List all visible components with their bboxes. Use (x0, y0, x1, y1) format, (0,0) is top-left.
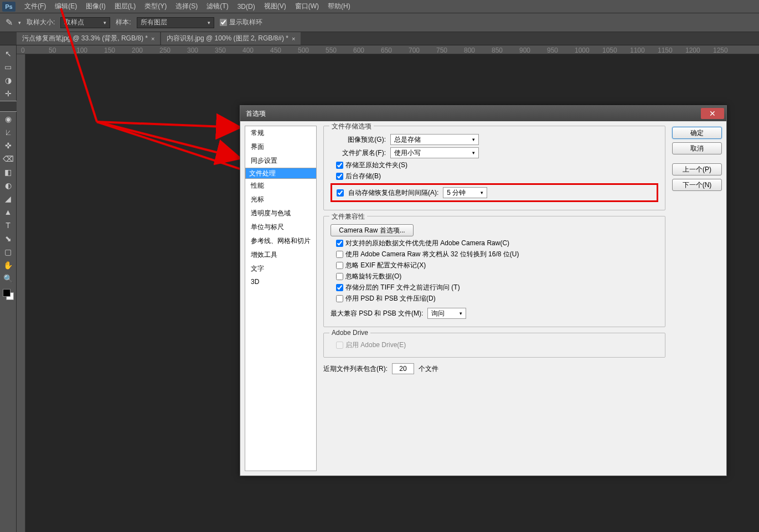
group-title: 文件兼容性 (329, 212, 367, 221)
options-bar: ✎ ▾ 取样大小: 取样点▾ 样本: 所有图层▾ 显示取样环 (0, 13, 759, 32)
group-adobe-drive: Adobe Drive 启用 Adobe Drive(E) (323, 333, 665, 358)
menu-select[interactable]: 选择(S) (171, 2, 202, 11)
sidebar-item-filehandling[interactable]: 文件处理 (245, 168, 317, 179)
auto-save-row: 自动存储恢复信息时间间隔(A): 5 分钟▾ (331, 183, 658, 202)
menu-file[interactable]: 文件(F) (20, 2, 50, 11)
ruler-horizontal: 0 50 100 150 200 250 300 350 400 450 500… (17, 45, 759, 54)
image-preview-select[interactable]: 总是存储▾ (390, 134, 479, 145)
tool-move[interactable]: ↖ (2, 48, 15, 60)
document-tabs: 污点修复画笔jpg @ 33.3% (背景, RGB/8) *× 内容识别.jp… (0, 32, 759, 45)
recent-files-suffix: 个文件 (419, 364, 438, 374)
sidebar-item-sync[interactable]: 同步设置 (245, 154, 316, 168)
sidebar-item-text[interactable]: 文字 (245, 262, 316, 276)
ruler-vertical (17, 54, 25, 532)
dialog-titlebar[interactable]: 首选项 ✕ (240, 106, 726, 121)
group-title: 文件存储选项 (329, 122, 374, 131)
tool-dodge[interactable]: ◢ (2, 193, 15, 205)
auto-save-interval-select[interactable]: 5 分钟▾ (443, 187, 487, 198)
tool-shape[interactable]: ▢ (2, 246, 15, 258)
ignore-exif-checkbox[interactable]: 忽略 EXIF 配置文件标记(X) (336, 261, 658, 270)
tool-gradient[interactable]: ◧ (2, 166, 15, 178)
close-icon[interactable]: × (292, 35, 295, 42)
sidebar-item-guides[interactable]: 参考线、网格和切片 (245, 234, 316, 248)
app-logo: Ps (2, 2, 16, 12)
enable-drive-checkbox[interactable]: 启用 Adobe Drive(E) (336, 340, 658, 350)
color-swatch[interactable] (3, 289, 14, 300)
tool-zoom[interactable]: 🔍 (2, 272, 15, 285)
tool-wand[interactable]: ✛ (2, 87, 15, 100)
sample-select[interactable]: 所有图层▾ (137, 17, 214, 28)
tool-stamp[interactable]: ✜ (2, 140, 15, 152)
prev-button[interactable]: 上一个(P) (672, 163, 722, 175)
group-compatibility: 文件兼容性 Camera Raw 首选项... 对支持的原始数据文件优先使用 A… (323, 216, 665, 327)
sidebar-item-general[interactable]: 常规 (245, 126, 316, 140)
file-ext-select[interactable]: 使用小写▾ (390, 147, 479, 158)
eyedropper-icon: ✎ (6, 17, 13, 28)
tool-text[interactable]: T (2, 219, 15, 231)
menu-3d[interactable]: 3D(D) (233, 3, 260, 11)
menu-help[interactable]: 帮助(H) (323, 2, 355, 11)
menu-window[interactable]: 窗口(W) (291, 2, 323, 11)
menu-layer[interactable]: 图层(L) (110, 2, 141, 11)
sidebar-item-cursor[interactable]: 光标 (245, 193, 316, 206)
next-button[interactable]: 下一个(N) (672, 179, 722, 191)
close-icon[interactable]: × (151, 35, 154, 42)
image-preview-label: 图像预览(G): (331, 135, 386, 144)
tool-lasso[interactable]: ◑ (2, 74, 15, 86)
cr-prefer-checkbox[interactable]: 对支持的原始数据文件优先使用 Adobe Camera Raw(C) (336, 239, 658, 248)
camera-raw-prefs-button[interactable]: Camera Raw 首选项... (331, 224, 414, 236)
group-title: Adobe Drive (329, 329, 370, 337)
menu-image[interactable]: 图像(I) (81, 2, 110, 11)
tool-eraser[interactable]: ⌫ (2, 153, 15, 165)
menu-type[interactable]: 类型(Y) (140, 2, 171, 11)
prefs-sidebar: 常规 界面 同步设置 文件处理 性能 光标 透明度与色域 单位与标尺 参考线、网… (245, 126, 317, 471)
sample-size-label: 取样大小: (27, 18, 55, 27)
ok-button[interactable]: 确定 (672, 127, 722, 139)
sidebar-item-units[interactable]: 单位与标尺 (245, 220, 316, 234)
sidebar-item-plugins[interactable]: 增效工具 (245, 248, 316, 262)
cancel-button[interactable]: 取消 (672, 142, 722, 154)
sidebar-item-transparency[interactable]: 透明度与色域 (245, 206, 316, 220)
tool-crop[interactable]: ◉ (2, 113, 15, 125)
tool-blur[interactable]: ◐ (2, 179, 15, 192)
show-ring-checkbox[interactable]: 显示取样环 (220, 18, 262, 27)
menu-edit[interactable]: 编辑(E) (50, 2, 81, 11)
auto-save-label: 自动存储恢复信息时间间隔(A): (348, 188, 438, 198)
tool-marquee[interactable]: ▭ (2, 61, 15, 73)
tool-brush[interactable]: ⟀ (2, 126, 15, 138)
auto-save-checkbox[interactable] (337, 189, 344, 197)
file-ext-label: 文件扩展名(F): (331, 148, 386, 158)
menu-view[interactable]: 视图(V) (260, 2, 291, 11)
group-file-save: 文件存储选项 图像预览(G): 总是存储▾ 文件扩展名(F): 使用小写▾ 存储… (323, 126, 665, 210)
tool-hand[interactable]: ✋ (2, 259, 15, 271)
max-compat-label: 最大兼容 PSD 和 PSB 文件(M): (331, 309, 423, 318)
close-button[interactable]: ✕ (701, 108, 724, 119)
doc-tab-1[interactable]: 污点修复画笔jpg @ 33.3% (背景, RGB/8) *× (17, 32, 160, 45)
recent-files-input[interactable] (392, 363, 414, 374)
sidebar-item-interface[interactable]: 界面 (245, 140, 316, 154)
tool-pen[interactable]: ▲ (2, 206, 15, 218)
ignore-rotate-checkbox[interactable]: 忽略旋转元数据(O) (336, 272, 658, 281)
max-compat-select[interactable]: 询问▾ (427, 308, 466, 319)
ask-tiff-checkbox[interactable]: 存储分层的 TIFF 文件之前进行询问 (T) (336, 283, 658, 292)
recent-files-label: 近期文件列表包含(R): (323, 364, 388, 374)
sidebar-item-3d[interactable]: 3D (245, 276, 316, 288)
sidebar-item-performance[interactable]: 性能 (245, 179, 316, 193)
sample-label: 样本: (116, 18, 131, 27)
sample-size-select[interactable]: 取样点▾ (60, 17, 110, 28)
save-orig-checkbox[interactable]: 存储至原始文件夹(S) (336, 161, 658, 170)
doc-tab-2[interactable]: 内容识别.jpg @ 100% (图层 2, RGB/8#) *× (161, 32, 301, 45)
tool-path[interactable]: ⬊ (2, 233, 15, 245)
dialog-title: 首选项 (246, 109, 266, 118)
menubar: Ps 文件(F) 编辑(E) 图像(I) 图层(L) 类型(Y) 选择(S) 滤… (0, 0, 759, 13)
bg-save-checkbox[interactable]: 后台存储(B) (336, 172, 658, 181)
preferences-dialog: 首选项 ✕ 常规 界面 同步设置 文件处理 性能 光标 透明度与色域 单位与标尺… (240, 105, 727, 476)
cr-32to16-checkbox[interactable]: 使用 Adobe Camera Raw 将文档从 32 位转换到 16/8 位(… (336, 250, 658, 259)
toolbox: ↖ ▭ ◑ ✛ ✎ ◉ ⟀ ✜ ⌫ ◧ ◐ ◢ ▲ T ⬊ ▢ ✋ 🔍 (0, 45, 17, 532)
menu-filter[interactable]: 滤镜(T) (202, 2, 233, 11)
disable-psd-checkbox[interactable]: 停用 PSD 和 PSB 文件压缩(D) (336, 294, 658, 303)
